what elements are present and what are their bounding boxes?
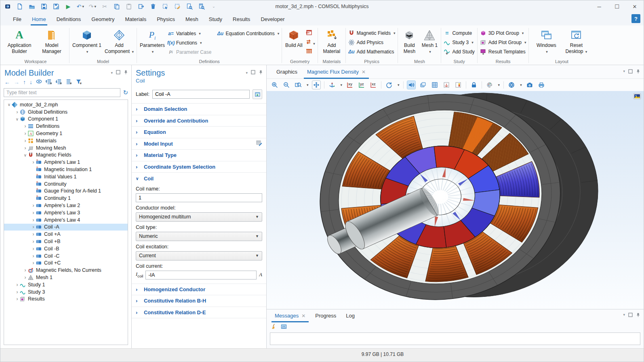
chevron-right-icon[interactable]: › <box>31 239 36 244</box>
expand-all-button[interactable]: ▾ <box>56 78 62 86</box>
chevron-right-icon[interactable]: › <box>15 109 20 115</box>
reset-desktop-button[interactable]: Reset Desktop ▾ <box>564 28 589 55</box>
tree-item-continuity-1[interactable]: DContinuity 1 <box>4 195 128 202</box>
functions-button[interactable]: f(x)Functions▾ <box>168 40 211 46</box>
messages-tab-log[interactable]: Log <box>341 309 360 322</box>
tree-item-coil-c[interactable]: ›Coil +C <box>4 260 128 267</box>
physics-interface-button[interactable]: Magnetic Fields▾ <box>348 30 396 36</box>
tree-item-amp-re-s-law-3[interactable]: ›Ampère's Law 3 <box>4 209 128 216</box>
tree-item-amp-re-s-law-2[interactable]: ›Ampère's Law 2 <box>4 202 128 209</box>
select-box-button[interactable] <box>161 2 169 11</box>
add-physics-button[interactable]: Add Physics <box>348 39 396 46</box>
chevron-down-icon[interactable]: ∨ <box>23 153 28 157</box>
coil-type-select[interactable]: Numeric▼ <box>136 232 262 241</box>
windows-button[interactable]: Windows▾ <box>535 28 558 55</box>
zoom-extents-button[interactable] <box>312 81 320 89</box>
default-view-button[interactable] <box>328 81 336 89</box>
tree-item-amp-re-s-law-4[interactable]: ›Ampère's Law 4 <box>4 216 128 224</box>
tree-item-study-1[interactable]: ›Study 1 <box>4 281 128 288</box>
add-mathematics-button[interactable]: ΔuAdd Mathematics <box>348 49 396 55</box>
color-legend-button[interactable] <box>454 81 462 89</box>
close-button[interactable]: ✕ <box>626 0 644 13</box>
caret-down-icon[interactable]: ▾ <box>341 83 343 87</box>
chevron-right-icon[interactable]: › <box>31 159 36 165</box>
tree-item-gauge-fixing-for-a-field-1[interactable]: DGauge Fixing for A-field 1 <box>4 188 128 195</box>
application-builder-button[interactable]: A Application Builder <box>4 28 34 55</box>
study-3-button[interactable]: Study 3▾ <box>444 39 474 46</box>
messages-tab-progress[interactable]: Progress <box>310 309 341 322</box>
chevron-right-icon[interactable]: › <box>31 217 36 223</box>
pin-panel-icon[interactable] <box>636 69 640 75</box>
menu-tab-mesh[interactable]: Mesh <box>180 13 204 25</box>
forward-button[interactable]: → <box>14 79 19 85</box>
tree-item-mesh-1[interactable]: ›Mesh 1 <box>4 274 128 281</box>
move-up-button[interactable]: ↑ <box>23 79 26 85</box>
menu-tab-geometry[interactable]: Geometry <box>86 13 120 25</box>
paste-button[interactable] <box>125 2 133 11</box>
chevron-right-icon[interactable]: › <box>31 210 36 216</box>
tree-item-magnetic-fields[interactable]: ∨Magnetic Fields <box>4 152 128 159</box>
run-button[interactable]: ▶ <box>64 2 72 11</box>
chevron-right-icon[interactable]: › <box>31 246 36 252</box>
panel-menu-icon[interactable]: ▾ <box>111 71 113 75</box>
component-1-button[interactable]: Component 1 ▾ <box>72 28 102 55</box>
parameters-button[interactable]: Pi Parameters▾ <box>139 28 165 55</box>
section-coil[interactable]: ∨ Coil <box>132 173 266 184</box>
close-tab-icon[interactable]: ✕ <box>362 69 366 75</box>
zoom-box-button[interactable] <box>294 81 302 89</box>
view-yz-button[interactable]: yz <box>358 81 366 89</box>
refresh-icon[interactable]: ↻ <box>123 89 128 96</box>
move-down-button[interactable]: ↓ <box>29 79 32 85</box>
float-panel-icon[interactable] <box>251 70 255 76</box>
section-homogenized-conductor[interactable]: ›Homogenized Conductor <box>132 284 266 296</box>
scene-light-button[interactable] <box>407 81 415 89</box>
section-equation[interactable]: ›Equation <box>132 127 266 138</box>
tree-filter-input[interactable] <box>4 88 120 97</box>
chevron-down-icon[interactable]: ∨ <box>6 102 12 107</box>
tree-item-results[interactable]: ›Results <box>4 296 128 303</box>
panel-menu-icon[interactable]: ▾ <box>246 71 248 75</box>
minimize-button[interactable]: ─ <box>590 0 608 13</box>
caret-down-icon[interactable]: ▾ <box>398 83 400 87</box>
messages-tab-messages[interactable]: Messages✕ <box>270 309 310 322</box>
conductor-model-select[interactable]: Homogenized multiturn▼ <box>136 212 262 222</box>
plot-thumbnail-icon[interactable] <box>633 93 641 100</box>
menu-tab-developer[interactable]: Developer <box>255 13 290 25</box>
view-xz-button[interactable]: xz <box>369 81 377 89</box>
open-button[interactable] <box>28 2 36 11</box>
cut-button[interactable]: ✂ <box>101 2 109 11</box>
model-tree-nodes-button[interactable]: ▾ <box>65 78 72 86</box>
section-override-and-contribution[interactable]: ›Override and Contribution <box>132 115 266 127</box>
tree-item-amp-re-s-law-1[interactable]: ›DAmpère's Law 1 <box>4 159 128 166</box>
menu-tab-file[interactable]: File <box>8 13 27 25</box>
caret-down-icon[interactable]: ▾ <box>307 83 309 87</box>
mesh-1-button[interactable]: Mesh 1 ▾ <box>421 28 438 55</box>
view-xy-button[interactable]: xy <box>346 81 354 89</box>
menu-tab-results[interactable]: Results <box>227 13 255 25</box>
model-manager-button[interactable]: Model Manager <box>37 28 67 55</box>
label-input[interactable] <box>152 90 250 99</box>
clear-selection-button[interactable] <box>173 2 181 11</box>
tree-item-materials[interactable]: ›Materials <box>4 137 128 144</box>
pin-panel-icon[interactable] <box>636 313 640 318</box>
transparency-button[interactable] <box>419 81 427 89</box>
rename-label-button[interactable] <box>253 89 262 99</box>
chevron-down-icon[interactable]: ∨ <box>15 117 20 121</box>
chevron-right-icon[interactable]: › <box>31 203 36 208</box>
redo-button[interactable]: ↷▾ <box>88 2 97 11</box>
caret-down-icon[interactable]: ▾ <box>498 83 500 87</box>
show-axes-button[interactable] <box>442 81 450 89</box>
build-all-button[interactable]: Build All <box>284 28 303 49</box>
chevron-right-icon[interactable]: › <box>31 231 36 237</box>
section-constitutive-relation-d-e[interactable]: ›Constitutive Relation D-E <box>132 307 266 319</box>
grid-button[interactable] <box>431 81 439 89</box>
chevron-right-icon[interactable]: › <box>23 145 28 151</box>
float-panel-icon[interactable] <box>116 70 120 76</box>
maximize-button[interactable]: ☐ <box>608 0 626 13</box>
tree-item-definitions[interactable]: ›Definitions <box>4 123 128 130</box>
menu-tab-definitions[interactable]: Definitions <box>51 13 86 25</box>
tree-item-motor-3d-2-mph[interactable]: ∨motor_3d_2.mph <box>4 101 128 108</box>
coil-excitation-select[interactable]: Current▼ <box>136 251 262 260</box>
add-plot-group-button[interactable]: Add Plot Group▾ <box>480 39 526 46</box>
section-coordinate-system-selection[interactable]: ›Coordinate System Selection <box>132 161 266 173</box>
